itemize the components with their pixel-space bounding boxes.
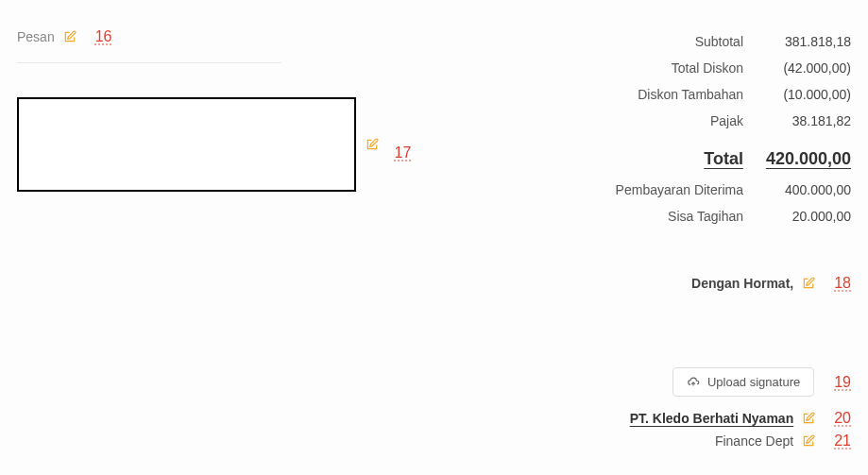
- divider: [17, 62, 281, 63]
- pajak-label: Pajak: [558, 113, 766, 128]
- edit-icon[interactable]: [801, 433, 816, 449]
- dept-name: Finance Dept: [715, 433, 793, 449]
- marker-19: 19: [829, 374, 851, 391]
- sisa-value: 20.000,00: [766, 209, 851, 224]
- diskon-value: (42.000,00): [766, 60, 851, 76]
- subtotal-value: 381.818,18: [766, 34, 851, 49]
- diterima-row: Pembayaran Diterima 400.000,00: [558, 177, 851, 203]
- subtotal-row: Subtotal 381.818,18: [558, 28, 851, 55]
- sisa-row: Sisa Tagihan 20.000,00: [558, 203, 851, 229]
- tambahan-value: (10.000,00): [766, 87, 851, 102]
- total-row: Total 420.000,00: [558, 140, 851, 177]
- company-name: PT. Kledo Berhati Nyaman: [630, 411, 794, 426]
- tambahan-row: Diskon Tambahan (10.000,00): [558, 81, 851, 108]
- diterima-value: 400.000,00: [766, 182, 851, 197]
- message-box[interactable]: [17, 97, 356, 192]
- tambahan-label: Diskon Tambahan: [558, 87, 766, 102]
- diskon-row: Total Diskon (42.000,00): [558, 55, 851, 81]
- marker-17: 17: [395, 127, 414, 161]
- subtotal-label: Subtotal: [558, 34, 766, 49]
- upload-label: Upload signature: [707, 375, 800, 389]
- pajak-value: 38.181,82: [766, 113, 851, 128]
- total-value: 420.000,00: [766, 149, 851, 169]
- marker-21: 21: [829, 433, 851, 450]
- marker-18: 18: [829, 275, 851, 292]
- marker-16: 16: [91, 28, 112, 45]
- upload-signature-button[interactable]: Upload signature: [672, 367, 814, 397]
- edit-icon[interactable]: [801, 276, 816, 291]
- diterima-label: Pembayaran Diterima: [558, 182, 766, 197]
- upload-icon: [687, 376, 700, 389]
- edit-icon[interactable]: [801, 411, 816, 426]
- diskon-label: Total Diskon: [558, 60, 766, 76]
- marker-20: 20: [829, 410, 851, 427]
- pesan-label: Pesan: [17, 29, 55, 44]
- pajak-row: Pajak 38.181,82: [558, 108, 851, 134]
- sisa-label: Sisa Tagihan: [558, 209, 766, 224]
- total-label: Total: [558, 149, 766, 169]
- edit-icon[interactable]: [366, 137, 379, 152]
- edit-icon[interactable]: [62, 29, 77, 44]
- closing-text: Dengan Hormat,: [691, 276, 793, 291]
